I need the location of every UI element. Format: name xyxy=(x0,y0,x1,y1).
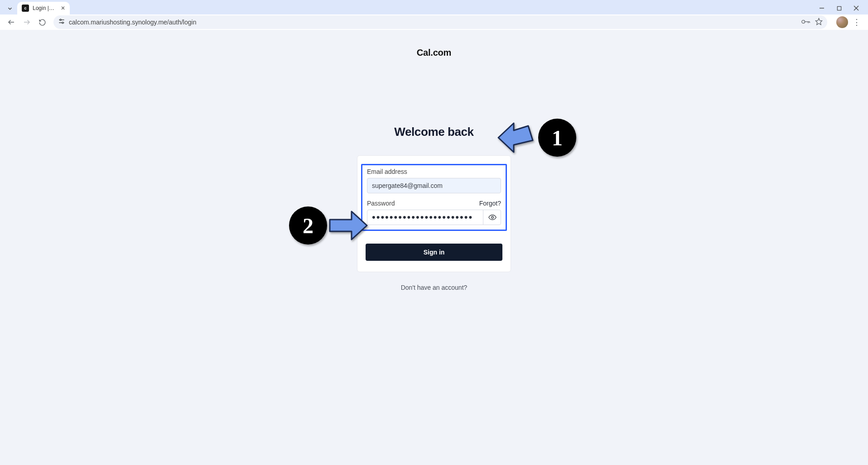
page-content: Cal.com Welcome back Email address Passw… xyxy=(0,30,868,465)
show-password-button[interactable] xyxy=(483,210,501,225)
address-bar[interactable]: calcom.mariushosting.synology.me/auth/lo… xyxy=(53,15,827,29)
arrow-icon xyxy=(497,119,538,157)
email-label: Email address xyxy=(367,168,501,175)
forgot-password-link[interactable]: Forgot? xyxy=(479,200,501,207)
brand-logo: Cal.com xyxy=(417,48,451,58)
tabstrip-chevron-icon[interactable] xyxy=(4,3,16,14)
window-minimize-button[interactable] xyxy=(814,2,830,14)
password-label: Password xyxy=(367,200,395,207)
tab-title: Login | Cal xyxy=(33,5,55,11)
window-titlebar: c Login | Cal ✕ xyxy=(0,0,868,14)
password-input-wrap xyxy=(367,210,501,225)
back-button[interactable] xyxy=(5,15,18,29)
login-card: Email address Password Forgot? xyxy=(357,155,511,272)
credentials-highlight: Email address Password Forgot? xyxy=(361,164,507,231)
no-account-link[interactable]: Don't have an account? xyxy=(357,284,511,291)
svg-point-9 xyxy=(62,22,63,24)
step-badge: 1 xyxy=(538,119,576,157)
window-maximize-button[interactable] xyxy=(831,2,847,14)
profile-avatar[interactable] xyxy=(836,16,848,28)
svg-marker-14 xyxy=(815,18,822,24)
window-close-button[interactable] xyxy=(848,2,864,14)
url-text[interactable]: calcom.mariushosting.synology.me/auth/lo… xyxy=(69,19,798,26)
email-input[interactable] xyxy=(367,178,501,193)
tab-favicon-icon: c xyxy=(22,5,29,12)
bookmark-star-icon[interactable] xyxy=(815,18,823,27)
password-input[interactable] xyxy=(367,210,501,225)
window-controls xyxy=(814,2,864,14)
browser-tab[interactable]: c Login | Cal ✕ xyxy=(17,2,70,14)
page-title: Welcome back xyxy=(357,125,511,139)
step-badge: 2 xyxy=(289,206,327,244)
svg-marker-17 xyxy=(330,211,367,240)
annotation-step-2: 2 xyxy=(289,206,368,244)
tab-close-icon[interactable]: ✕ xyxy=(61,5,65,11)
svg-point-15 xyxy=(491,216,493,219)
svg-point-10 xyxy=(802,20,805,24)
password-field-row: Password Forgot? xyxy=(367,200,501,225)
svg-marker-16 xyxy=(498,123,533,152)
arrow-icon xyxy=(327,210,368,241)
browser-menu-button[interactable]: ⋮ xyxy=(850,17,863,27)
svg-rect-1 xyxy=(837,6,841,10)
site-settings-icon[interactable] xyxy=(58,18,65,26)
address-bar-container: calcom.mariushosting.synology.me/auth/lo… xyxy=(53,15,827,29)
password-key-icon[interactable] xyxy=(801,18,810,26)
login-container: Welcome back Email address Password Forg… xyxy=(357,125,511,291)
email-field-row: Email address xyxy=(367,168,501,193)
sign-in-button[interactable]: Sign in xyxy=(366,244,502,261)
eye-icon xyxy=(488,213,497,221)
browser-toolbar: calcom.mariushosting.synology.me/auth/lo… xyxy=(0,14,868,30)
annotation-step-1: 1 xyxy=(497,119,576,157)
forward-button[interactable] xyxy=(20,15,34,29)
reload-button[interactable] xyxy=(35,15,49,29)
svg-point-8 xyxy=(60,19,61,20)
